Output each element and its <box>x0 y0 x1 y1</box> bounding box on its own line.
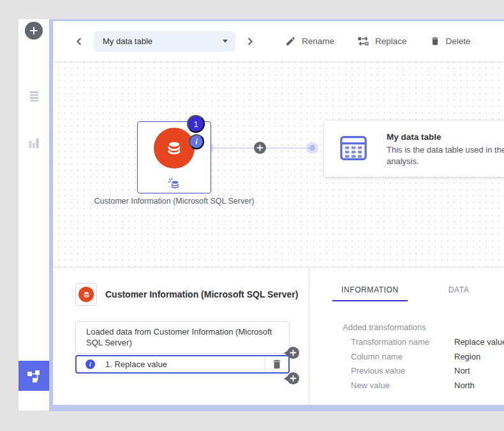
insert-transformation-bottom <box>284 372 299 384</box>
database-source-icon <box>154 128 195 169</box>
database-source-icon <box>78 287 94 302</box>
add-transformation-button[interactable] <box>287 347 299 359</box>
node-info-badge[interactable]: i <box>189 134 204 149</box>
info-row-value: Replace value <box>454 338 504 347</box>
data-canvas-panel: My data table Rename <box>49 19 504 411</box>
add-button[interactable] <box>25 22 43 40</box>
table-selector-value: My data table <box>103 36 223 46</box>
table-actions: Rename Replace Delete <box>285 36 471 47</box>
replace-icon <box>357 36 369 47</box>
add-transformation-on-link-button[interactable] <box>254 142 266 154</box>
plus-icon <box>290 375 297 382</box>
data-table-node-text: My data table This is the data table use… <box>387 132 504 166</box>
info-row-value: Region <box>454 352 480 361</box>
plus-icon <box>256 144 263 151</box>
loaded-data-card[interactable]: Loaded data from Customer Information (M… <box>75 321 290 354</box>
sidebar-item-pages[interactable] <box>19 82 49 110</box>
left-sidebar <box>19 19 49 411</box>
info-row: Column name Region <box>351 352 504 361</box>
data-table-node-title: My data table <box>387 132 504 142</box>
information-section: INFORMATION DATA Added transformations T… <box>309 268 504 405</box>
source-details-section: Customer Information (Microsoft SQL Serv… <box>53 268 309 405</box>
data-table-node-card[interactable]: My data table This is the data table use… <box>324 121 504 177</box>
info-row-label: Column name <box>351 352 454 361</box>
insert-transformation-top <box>284 347 299 359</box>
data-flow-icon <box>26 368 41 384</box>
transformation-count-badge[interactable]: 1 <box>187 115 205 133</box>
delete-button[interactable]: Delete <box>430 36 471 47</box>
delete-label: Delete <box>446 36 471 46</box>
next-table-button[interactable] <box>243 33 257 50</box>
pencil-icon <box>285 36 296 47</box>
information-tab-content: Added transformations Transformation nam… <box>332 322 504 389</box>
list-icon <box>29 90 39 102</box>
source-details-title: Customer Information (Microsoft SQL Serv… <box>105 289 298 299</box>
info-row: Transformation name Replace value <box>351 338 504 347</box>
info-row-label: Transformation name <box>351 338 454 347</box>
info-row-label: New value <box>351 381 454 390</box>
source-node-card[interactable] <box>137 121 211 193</box>
sidebar-item-visualizations[interactable] <box>19 128 49 156</box>
source-icon-tile <box>75 283 97 306</box>
source-details-header: Customer Information (Microsoft SQL Serv… <box>75 283 298 306</box>
details-panel: Customer Information (Microsoft SQL Serv… <box>53 268 504 405</box>
tab-information[interactable]: INFORMATION <box>332 285 408 301</box>
trash-icon <box>430 36 440 47</box>
bar-chart-icon <box>29 137 39 148</box>
replace-button[interactable]: Replace <box>357 36 407 47</box>
info-row-label: Previous value <box>351 367 454 375</box>
add-transformation-button[interactable] <box>287 372 299 384</box>
transformation-row[interactable]: i 1. Replace value <box>75 355 290 374</box>
info-row: Previous value Nort <box>351 367 504 375</box>
info-row-value: North <box>454 381 475 390</box>
rename-label: Rename <box>302 36 334 46</box>
plus-icon <box>290 349 297 356</box>
connector-dot-target[interactable] <box>309 145 315 151</box>
chevron-right-icon <box>244 36 256 47</box>
data-table-node-description: This is the data table used in the analy… <box>387 144 504 167</box>
transformed-data-icon <box>167 178 181 190</box>
chevron-left-icon <box>73 36 85 47</box>
previous-table-button[interactable] <box>72 33 86 50</box>
info-icon[interactable]: i <box>85 359 95 369</box>
rename-button[interactable]: Rename <box>285 36 334 47</box>
transformation-row-label: 1. Replace value <box>105 359 265 369</box>
details-tabs: INFORMATION DATA <box>332 285 504 301</box>
chevron-down-icon <box>223 40 228 43</box>
plus-icon <box>29 26 38 35</box>
source-node-footer <box>138 174 211 193</box>
info-row-value: Nort <box>454 367 470 375</box>
replace-label: Replace <box>375 36 407 46</box>
canvas-toolbar: My data table Rename <box>53 21 504 61</box>
trash-icon <box>271 358 283 370</box>
info-row: New value North <box>351 381 504 390</box>
table-selector-dropdown[interactable]: My data table <box>94 31 235 52</box>
sidebar-item-data-canvas[interactable] <box>19 361 49 391</box>
added-transformations-label: Added transformations <box>343 322 504 332</box>
table-icon <box>337 132 370 166</box>
source-node-label: Customer Information (Microsoft SQL Serv… <box>72 197 276 206</box>
tab-data[interactable]: DATA <box>440 285 478 301</box>
graph-canvas[interactable]: 1 i Customer Information (Microsoft SQL … <box>53 61 504 268</box>
